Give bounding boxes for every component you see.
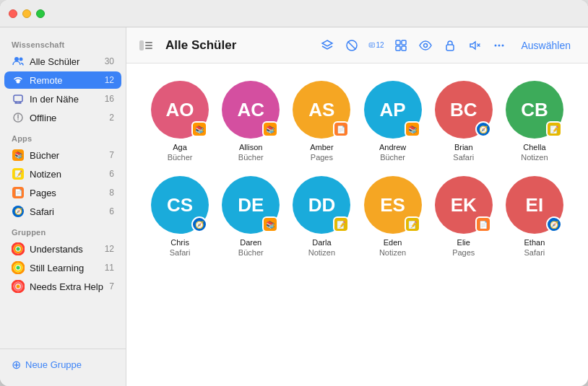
sidebar-toggle-icon[interactable] xyxy=(138,38,154,53)
student-initials: EI xyxy=(526,194,544,216)
student-name: Aga xyxy=(173,143,187,152)
sidebar-item-needs-extra[interactable]: Needs Extra Help 7 xyxy=(4,278,121,295)
sidebar-item-nearby[interactable]: In der Nähe 16 xyxy=(4,90,121,108)
sidebar-item-understands[interactable]: Understands 12 xyxy=(4,240,121,258)
student-avatar: AS 📄 xyxy=(293,81,350,139)
student-initials: AC xyxy=(237,99,264,121)
more-icon[interactable] xyxy=(491,38,507,53)
minimize-button[interactable] xyxy=(22,9,31,18)
student-item-cs[interactable]: CS 🧭 Chris Safari xyxy=(148,176,212,257)
student-item-ao[interactable]: AO 📚 Aga Bücher xyxy=(148,81,212,162)
traffic-lights xyxy=(9,9,45,18)
block-icon[interactable] xyxy=(344,38,360,53)
app-badge-icon: 📝 xyxy=(333,216,349,232)
student-name: Daren xyxy=(240,238,261,247)
understands-label: Understands xyxy=(30,244,105,255)
student-initials: AP xyxy=(380,99,406,121)
sidebar-item-safari[interactable]: 🧭 Safari 6 xyxy=(4,203,121,220)
gruppen-section-label: Gruppen xyxy=(0,221,126,240)
wissenschaft-section-label: Wissenschaft xyxy=(0,33,126,52)
student-app: Bücher xyxy=(238,248,264,257)
student-name: Chella xyxy=(523,143,545,152)
student-item-bc[interactable]: BC 🧭 Brian Safari xyxy=(432,81,496,162)
pages-icon: 📄 xyxy=(12,186,25,199)
student-initials: EK xyxy=(451,194,477,216)
remote-label: Remote xyxy=(30,75,105,86)
student-name: Eden xyxy=(384,238,402,247)
layers-icon[interactable] xyxy=(319,38,335,53)
app-badge-icon: 📄 xyxy=(333,121,349,137)
sidebar-item-still-learning[interactable]: Still Learning 11 xyxy=(4,259,121,276)
student-item-ac[interactable]: AC 📚 Allison Bücher xyxy=(219,81,282,162)
remote-count: 12 xyxy=(105,75,114,85)
still-learning-group-icon xyxy=(12,261,25,274)
still-learning-label: Still Learning xyxy=(30,263,105,273)
student-item-de[interactable]: DE 📚 Daren Bücher xyxy=(219,176,282,257)
mute-icon[interactable] xyxy=(467,38,483,53)
content-area: Wissenschaft Alle Schüler 30 xyxy=(0,27,588,386)
close-button[interactable] xyxy=(9,9,17,18)
student-item-ek[interactable]: EK 📄 Elie Pages xyxy=(432,176,496,257)
app-badge-icon: 🧭 xyxy=(546,216,562,232)
student-name: Amber xyxy=(310,143,333,152)
grid-icon[interactable] xyxy=(393,38,409,53)
svg-point-27 xyxy=(494,44,496,46)
student-item-as[interactable]: AS 📄 Amber Pages xyxy=(290,81,353,162)
people-icon xyxy=(12,55,25,68)
app-badge-icon: 📄 xyxy=(475,216,491,232)
offline-count: 2 xyxy=(109,113,114,123)
student-avatar: EK 📄 xyxy=(435,176,493,234)
student-item-ap[interactable]: AP 📚 Andrew Bücher xyxy=(360,81,424,162)
sidebar-item-remote[interactable]: Remote 12 xyxy=(4,71,121,89)
svg-rect-17 xyxy=(145,45,152,46)
student-initials: CB xyxy=(521,99,548,121)
sidebar-item-alle[interactable]: Alle Schüler 30 xyxy=(4,53,121,70)
main-title: Alle Schüler xyxy=(165,38,311,53)
sidebar-item-books[interactable]: 📚 Bücher 7 xyxy=(4,146,121,164)
safari-label: Safari xyxy=(30,206,109,217)
nearby-icon xyxy=(12,92,25,105)
app-badge-icon: 📝 xyxy=(546,121,562,137)
needs-extra-count: 7 xyxy=(109,281,114,291)
student-item-cb[interactable]: CB 📝 Chella Notizen xyxy=(503,81,566,162)
student-avatar: EI 🧭 xyxy=(506,176,563,234)
svg-point-8 xyxy=(17,247,20,251)
student-name: Ethan xyxy=(524,238,545,247)
safari-count: 6 xyxy=(109,206,114,216)
student-grid: AO 📚 Aga Bücher AC 📚 Allison Bücher AS 📄… xyxy=(126,63,588,386)
app-badge-icon: 📚 xyxy=(262,216,278,232)
student-app: Notizen xyxy=(308,248,335,257)
student-initials: DE xyxy=(238,194,264,216)
student-initials: AS xyxy=(308,99,334,121)
student-name: Allison xyxy=(239,143,262,152)
student-initials: CS xyxy=(167,194,193,216)
svg-rect-26 xyxy=(446,45,454,51)
student-app: Bücher xyxy=(168,153,193,162)
sidebar-item-notes[interactable]: 📝 Notizen 6 xyxy=(4,165,121,183)
sidebar: Wissenschaft Alle Schüler 30 xyxy=(0,27,126,386)
lock-icon[interactable] xyxy=(442,38,458,53)
auswahlen-button[interactable]: Auswählen xyxy=(516,37,577,54)
student-app: Pages xyxy=(452,248,475,257)
sidebar-item-pages[interactable]: 📄 Pages 8 xyxy=(4,184,121,201)
remote-icon xyxy=(12,74,25,87)
needs-extra-label: Needs Extra Help xyxy=(30,281,109,292)
student-avatar: DE 📚 xyxy=(222,176,280,234)
student-initials: BC xyxy=(450,99,477,121)
sidebar-item-offline[interactable]: Offline 2 xyxy=(4,109,121,126)
maximize-button[interactable] xyxy=(36,9,45,18)
student-item-dd[interactable]: DD 📝 Darla Notizen xyxy=(290,176,353,257)
message-icon[interactable]: 12 xyxy=(368,38,384,53)
eye-icon[interactable] xyxy=(418,38,433,53)
student-item-es[interactable]: ES 📝 Eden Notizen xyxy=(360,176,424,257)
apps-section-label: Apps xyxy=(0,127,126,146)
nearby-count: 16 xyxy=(105,94,114,104)
student-name: Brian xyxy=(454,143,473,152)
student-initials: DD xyxy=(308,194,336,216)
needs-extra-group-icon xyxy=(12,280,25,293)
student-app: Bücher xyxy=(380,153,405,162)
svg-rect-18 xyxy=(145,48,152,49)
new-group-button[interactable]: ⊕ Neue Gruppe xyxy=(4,355,121,374)
student-app: Bücher xyxy=(238,153,264,162)
student-item-ei[interactable]: EI 🧭 Ethan Safari xyxy=(503,176,566,257)
